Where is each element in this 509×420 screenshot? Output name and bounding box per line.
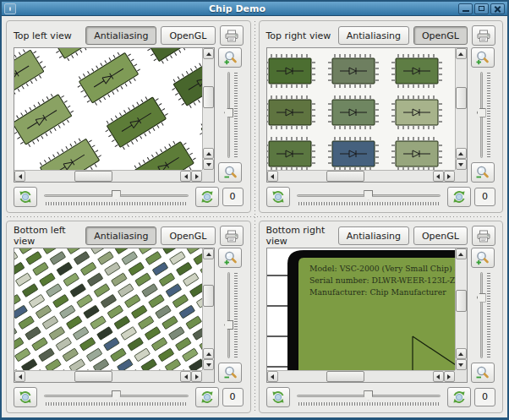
zoom-out-button[interactable]	[471, 363, 495, 383]
zoom-in-button[interactable]	[218, 248, 242, 268]
scroll-left-button[interactable]	[14, 171, 25, 182]
rotation-value: 0	[474, 188, 495, 206]
scrollbar-thumb[interactable]	[456, 87, 467, 109]
rotate-slider-handle[interactable]	[112, 190, 121, 200]
antialiasing-button[interactable]: Antialiasing	[338, 26, 409, 45]
opengl-button[interactable]: OpenGL	[161, 26, 215, 45]
rotate-left-button[interactable]	[14, 187, 37, 207]
vertical-scrollbar	[455, 48, 467, 170]
scroll-right-button[interactable]	[191, 371, 202, 382]
opengl-button[interactable]: OpenGL	[413, 226, 468, 245]
scroll-right-button[interactable]	[444, 371, 455, 382]
scroll-left-button[interactable]	[267, 371, 278, 382]
antialiasing-button[interactable]: Antialiasing	[85, 26, 156, 45]
scrollbar-thumb[interactable]	[456, 290, 467, 312]
rotate-left-button[interactable]	[266, 387, 290, 407]
print-button[interactable]	[472, 226, 495, 246]
chip-scene[interactable]	[267, 48, 455, 170]
arrow-up-icon	[206, 253, 211, 256]
opengl-button[interactable]: OpenGL	[413, 26, 468, 45]
scroll-up-button-2[interactable]	[203, 348, 214, 359]
rotate-right-button[interactable]	[195, 187, 219, 207]
zoom-slider	[475, 70, 490, 160]
scrollbar-corner	[455, 370, 467, 382]
slider-ticks	[487, 273, 490, 357]
chip-scene[interactable]	[14, 248, 202, 370]
scroll-up-button[interactable]	[456, 248, 467, 259]
rotate-right-button[interactable]	[447, 187, 471, 207]
svg-text:Serial number: DLWR-WEER-123L-: Serial number: DLWR-WEER-123L-ZZ33	[309, 275, 455, 285]
rotate-right-button[interactable]	[195, 387, 219, 407]
rotate-left-button[interactable]	[14, 387, 37, 407]
scrollbar-thumb[interactable]	[74, 371, 112, 382]
scroll-left-button-2[interactable]	[433, 171, 444, 182]
scrollbar-corner	[202, 370, 214, 382]
zoom-out-button[interactable]	[471, 162, 495, 183]
zoom-in-button[interactable]	[218, 47, 242, 68]
zoom-out-button[interactable]	[218, 363, 242, 383]
scroll-up-button-2[interactable]	[203, 148, 214, 159]
scroll-left-button-2[interactable]	[433, 371, 444, 382]
scrollbar-thumb[interactable]	[326, 371, 364, 382]
scroll-right-button[interactable]	[444, 171, 455, 182]
scroll-left-button[interactable]	[14, 371, 25, 382]
zoom-out-button[interactable]	[218, 162, 242, 183]
rotate-right-button[interactable]	[447, 387, 471, 407]
arrow-up-icon	[206, 52, 211, 56]
scroll-left-button-2[interactable]	[180, 371, 191, 382]
chip-scene[interactable]	[14, 48, 202, 170]
scrollbar-thumb[interactable]	[326, 171, 364, 182]
chip-scene[interactable]: Model: VSC-2000 (Very Small Chip) at 9Se…	[267, 248, 455, 370]
arrow-up-icon	[458, 152, 463, 155]
zoom-slider-handle[interactable]	[224, 108, 233, 117]
scroll-down-button[interactable]	[203, 159, 214, 170]
scroll-left-button[interactable]	[267, 171, 278, 182]
arrow-up-icon	[458, 253, 463, 256]
minimize-button[interactable]	[458, 3, 473, 14]
maximize-button[interactable]	[474, 3, 489, 14]
splitter-area: Top left view Antialiasing OpenGL	[2, 16, 507, 417]
scroll-up-button-2[interactable]	[456, 148, 467, 159]
scrollbar-thumb[interactable]	[203, 86, 214, 108]
arrow-up-icon	[206, 152, 211, 155]
print-button[interactable]	[220, 226, 244, 246]
rotate-slider-handle[interactable]	[364, 390, 373, 401]
arrow-left-icon	[271, 374, 274, 379]
zoom-in-button[interactable]	[471, 248, 495, 268]
vertical-scrollbar	[202, 48, 214, 170]
opengl-button[interactable]: OpenGL	[161, 226, 215, 245]
circle-window-icon[interactable]	[4, 3, 16, 14]
scroll-up-button[interactable]	[456, 48, 467, 59]
scrollbar-track	[203, 59, 214, 148]
scroll-up-button[interactable]	[203, 48, 214, 59]
chip-demo-window: Chip Demo Top left view Antialiasing Ope…	[0, 0, 509, 420]
scroll-up-button-2[interactable]	[456, 348, 467, 359]
scroll-down-button[interactable]	[456, 359, 467, 370]
horizontal-splitter-handle[interactable]	[7, 216, 502, 217]
slider-ticks	[46, 402, 187, 406]
zoom-slider-handle[interactable]	[224, 320, 233, 330]
zoom-slider-handle[interactable]	[477, 108, 486, 117]
rotate-left-button[interactable]	[266, 187, 290, 207]
scroll-up-button[interactable]	[203, 248, 214, 259]
antialiasing-button[interactable]: Antialiasing	[338, 226, 409, 245]
close-button[interactable]	[490, 3, 505, 14]
rotate-slider-handle[interactable]	[364, 190, 373, 200]
minimize-icon	[462, 10, 469, 12]
scroll-left-button-2[interactable]	[180, 171, 191, 182]
rotate-slider-handle[interactable]	[112, 390, 121, 401]
print-button[interactable]	[472, 25, 495, 46]
scrollbar-thumb[interactable]	[74, 171, 112, 182]
zoom-slider-handle[interactable]	[477, 293, 486, 303]
scrollbar-thumb[interactable]	[203, 285, 214, 307]
scroll-down-button[interactable]	[456, 159, 467, 170]
rotate-slider	[42, 389, 190, 406]
panel-bottom-right: Bottom right view Antialiasing OpenGL Mo…	[259, 221, 504, 413]
scroll-down-button[interactable]	[203, 359, 214, 370]
scroll-right-button[interactable]	[191, 171, 202, 182]
print-button[interactable]	[220, 25, 244, 46]
arrow-right-icon	[447, 374, 451, 379]
antialiasing-button[interactable]: Antialiasing	[85, 226, 156, 245]
slider-groove	[227, 272, 230, 358]
zoom-in-button[interactable]	[471, 47, 495, 68]
